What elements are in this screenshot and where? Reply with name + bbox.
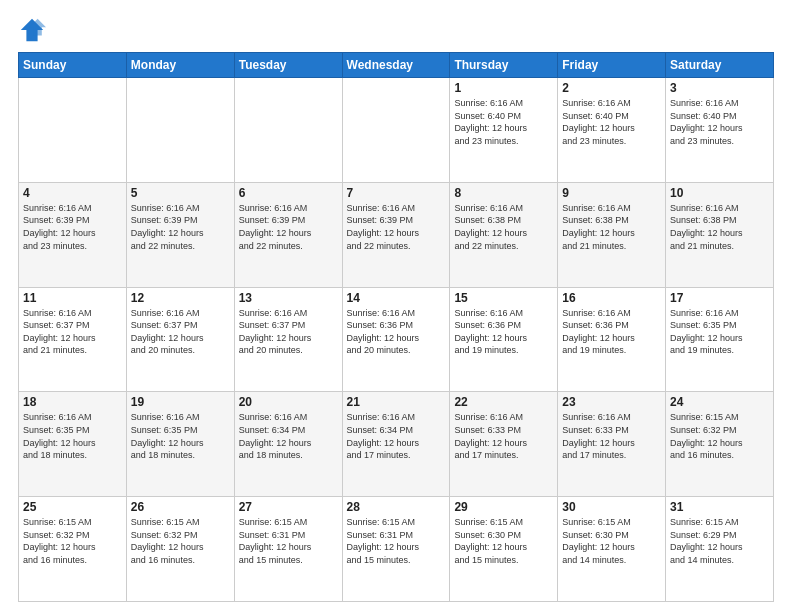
day-number: 3 [670, 81, 769, 95]
day-info: Sunrise: 6:16 AM Sunset: 6:36 PM Dayligh… [454, 307, 553, 357]
calendar-cell: 27Sunrise: 6:15 AM Sunset: 6:31 PM Dayli… [234, 497, 342, 602]
day-number: 12 [131, 291, 230, 305]
week-row-2: 4Sunrise: 6:16 AM Sunset: 6:39 PM Daylig… [19, 182, 774, 287]
header [18, 16, 774, 44]
calendar-cell: 3Sunrise: 6:16 AM Sunset: 6:40 PM Daylig… [666, 78, 774, 183]
day-number: 14 [347, 291, 446, 305]
day-number: 17 [670, 291, 769, 305]
calendar-table: SundayMondayTuesdayWednesdayThursdayFrid… [18, 52, 774, 602]
day-number: 30 [562, 500, 661, 514]
calendar-cell: 28Sunrise: 6:15 AM Sunset: 6:31 PM Dayli… [342, 497, 450, 602]
day-info: Sunrise: 6:16 AM Sunset: 6:37 PM Dayligh… [239, 307, 338, 357]
day-info: Sunrise: 6:15 AM Sunset: 6:31 PM Dayligh… [347, 516, 446, 566]
day-info: Sunrise: 6:16 AM Sunset: 6:36 PM Dayligh… [347, 307, 446, 357]
day-info: Sunrise: 6:16 AM Sunset: 6:38 PM Dayligh… [562, 202, 661, 252]
day-number: 6 [239, 186, 338, 200]
calendar-cell: 31Sunrise: 6:15 AM Sunset: 6:29 PM Dayli… [666, 497, 774, 602]
week-row-4: 18Sunrise: 6:16 AM Sunset: 6:35 PM Dayli… [19, 392, 774, 497]
day-info: Sunrise: 6:16 AM Sunset: 6:33 PM Dayligh… [454, 411, 553, 461]
calendar-cell: 19Sunrise: 6:16 AM Sunset: 6:35 PM Dayli… [126, 392, 234, 497]
day-info: Sunrise: 6:15 AM Sunset: 6:30 PM Dayligh… [562, 516, 661, 566]
week-row-3: 11Sunrise: 6:16 AM Sunset: 6:37 PM Dayli… [19, 287, 774, 392]
day-number: 13 [239, 291, 338, 305]
day-number: 19 [131, 395, 230, 409]
calendar-cell [234, 78, 342, 183]
day-number: 7 [347, 186, 446, 200]
day-info: Sunrise: 6:16 AM Sunset: 6:36 PM Dayligh… [562, 307, 661, 357]
weekday-header-sunday: Sunday [19, 53, 127, 78]
calendar-cell: 14Sunrise: 6:16 AM Sunset: 6:36 PM Dayli… [342, 287, 450, 392]
day-number: 9 [562, 186, 661, 200]
calendar-cell: 16Sunrise: 6:16 AM Sunset: 6:36 PM Dayli… [558, 287, 666, 392]
day-number: 10 [670, 186, 769, 200]
calendar-cell: 30Sunrise: 6:15 AM Sunset: 6:30 PM Dayli… [558, 497, 666, 602]
day-number: 1 [454, 81, 553, 95]
day-info: Sunrise: 6:15 AM Sunset: 6:32 PM Dayligh… [670, 411, 769, 461]
calendar-cell: 9Sunrise: 6:16 AM Sunset: 6:38 PM Daylig… [558, 182, 666, 287]
calendar-cell: 10Sunrise: 6:16 AM Sunset: 6:38 PM Dayli… [666, 182, 774, 287]
calendar-cell: 1Sunrise: 6:16 AM Sunset: 6:40 PM Daylig… [450, 78, 558, 183]
calendar-cell: 12Sunrise: 6:16 AM Sunset: 6:37 PM Dayli… [126, 287, 234, 392]
day-info: Sunrise: 6:15 AM Sunset: 6:29 PM Dayligh… [670, 516, 769, 566]
day-number: 27 [239, 500, 338, 514]
weekday-header-friday: Friday [558, 53, 666, 78]
day-number: 20 [239, 395, 338, 409]
week-row-1: 1Sunrise: 6:16 AM Sunset: 6:40 PM Daylig… [19, 78, 774, 183]
day-number: 28 [347, 500, 446, 514]
day-info: Sunrise: 6:15 AM Sunset: 6:32 PM Dayligh… [131, 516, 230, 566]
day-info: Sunrise: 6:15 AM Sunset: 6:32 PM Dayligh… [23, 516, 122, 566]
weekday-header-saturday: Saturday [666, 53, 774, 78]
calendar-cell: 17Sunrise: 6:16 AM Sunset: 6:35 PM Dayli… [666, 287, 774, 392]
weekday-header-tuesday: Tuesday [234, 53, 342, 78]
day-number: 5 [131, 186, 230, 200]
day-info: Sunrise: 6:16 AM Sunset: 6:40 PM Dayligh… [670, 97, 769, 147]
calendar-cell: 25Sunrise: 6:15 AM Sunset: 6:32 PM Dayli… [19, 497, 127, 602]
calendar-cell: 6Sunrise: 6:16 AM Sunset: 6:39 PM Daylig… [234, 182, 342, 287]
calendar-cell: 13Sunrise: 6:16 AM Sunset: 6:37 PM Dayli… [234, 287, 342, 392]
weekday-header-thursday: Thursday [450, 53, 558, 78]
calendar-cell: 24Sunrise: 6:15 AM Sunset: 6:32 PM Dayli… [666, 392, 774, 497]
weekday-row: SundayMondayTuesdayWednesdayThursdayFrid… [19, 53, 774, 78]
day-info: Sunrise: 6:16 AM Sunset: 6:35 PM Dayligh… [670, 307, 769, 357]
day-number: 16 [562, 291, 661, 305]
day-info: Sunrise: 6:16 AM Sunset: 6:35 PM Dayligh… [23, 411, 122, 461]
calendar-cell: 21Sunrise: 6:16 AM Sunset: 6:34 PM Dayli… [342, 392, 450, 497]
calendar-cell: 4Sunrise: 6:16 AM Sunset: 6:39 PM Daylig… [19, 182, 127, 287]
day-number: 2 [562, 81, 661, 95]
day-info: Sunrise: 6:16 AM Sunset: 6:39 PM Dayligh… [347, 202, 446, 252]
logo [18, 16, 50, 44]
calendar-cell: 5Sunrise: 6:16 AM Sunset: 6:39 PM Daylig… [126, 182, 234, 287]
weekday-header-wednesday: Wednesday [342, 53, 450, 78]
day-number: 23 [562, 395, 661, 409]
day-info: Sunrise: 6:16 AM Sunset: 6:37 PM Dayligh… [131, 307, 230, 357]
logo-icon [18, 16, 46, 44]
calendar-body: 1Sunrise: 6:16 AM Sunset: 6:40 PM Daylig… [19, 78, 774, 602]
calendar-cell: 26Sunrise: 6:15 AM Sunset: 6:32 PM Dayli… [126, 497, 234, 602]
calendar-cell: 22Sunrise: 6:16 AM Sunset: 6:33 PM Dayli… [450, 392, 558, 497]
calendar-cell: 29Sunrise: 6:15 AM Sunset: 6:30 PM Dayli… [450, 497, 558, 602]
week-row-5: 25Sunrise: 6:15 AM Sunset: 6:32 PM Dayli… [19, 497, 774, 602]
day-info: Sunrise: 6:16 AM Sunset: 6:39 PM Dayligh… [239, 202, 338, 252]
day-info: Sunrise: 6:16 AM Sunset: 6:38 PM Dayligh… [670, 202, 769, 252]
calendar-cell [126, 78, 234, 183]
day-number: 26 [131, 500, 230, 514]
calendar-cell: 20Sunrise: 6:16 AM Sunset: 6:34 PM Dayli… [234, 392, 342, 497]
calendar-cell: 8Sunrise: 6:16 AM Sunset: 6:38 PM Daylig… [450, 182, 558, 287]
day-number: 29 [454, 500, 553, 514]
day-info: Sunrise: 6:16 AM Sunset: 6:38 PM Dayligh… [454, 202, 553, 252]
day-info: Sunrise: 6:16 AM Sunset: 6:33 PM Dayligh… [562, 411, 661, 461]
day-number: 15 [454, 291, 553, 305]
calendar-cell: 23Sunrise: 6:16 AM Sunset: 6:33 PM Dayli… [558, 392, 666, 497]
day-info: Sunrise: 6:16 AM Sunset: 6:40 PM Dayligh… [562, 97, 661, 147]
day-info: Sunrise: 6:16 AM Sunset: 6:40 PM Dayligh… [454, 97, 553, 147]
day-info: Sunrise: 6:16 AM Sunset: 6:39 PM Dayligh… [23, 202, 122, 252]
day-info: Sunrise: 6:16 AM Sunset: 6:37 PM Dayligh… [23, 307, 122, 357]
calendar-header: SundayMondayTuesdayWednesdayThursdayFrid… [19, 53, 774, 78]
calendar-cell: 18Sunrise: 6:16 AM Sunset: 6:35 PM Dayli… [19, 392, 127, 497]
day-info: Sunrise: 6:15 AM Sunset: 6:31 PM Dayligh… [239, 516, 338, 566]
day-number: 11 [23, 291, 122, 305]
day-number: 25 [23, 500, 122, 514]
calendar-cell [19, 78, 127, 183]
day-number: 4 [23, 186, 122, 200]
day-info: Sunrise: 6:16 AM Sunset: 6:39 PM Dayligh… [131, 202, 230, 252]
